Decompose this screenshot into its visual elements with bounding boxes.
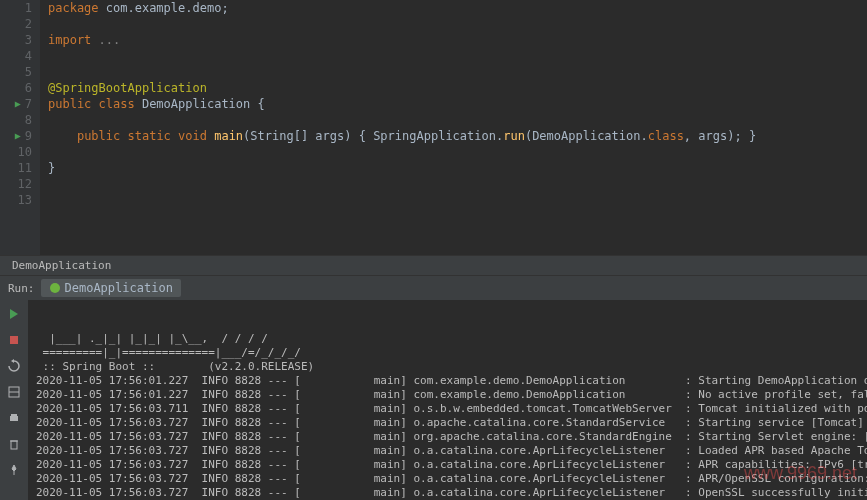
code-line[interactable] xyxy=(48,144,867,160)
console-line: 2020-11-05 17:56:03.727 INFO 8828 --- [ … xyxy=(36,416,859,430)
svg-point-0 xyxy=(50,283,60,293)
svg-rect-1 xyxy=(10,336,18,344)
code-line[interactable]: import ... xyxy=(48,32,867,48)
stop-button[interactable] xyxy=(4,330,24,350)
run-panel: Run: DemoApplication |___| ._|_| |_|_| |… xyxy=(0,275,867,500)
run-header: Run: DemoApplication xyxy=(0,276,867,300)
run-gutter-icon[interactable]: ▶ xyxy=(15,128,21,144)
svg-rect-4 xyxy=(10,416,18,421)
console-line: 2020-11-05 17:56:03.727 INFO 8828 --- [ … xyxy=(36,444,859,458)
console-line: =========|_|==============|___/=/_/_/_/ xyxy=(36,346,859,360)
code-line[interactable] xyxy=(48,192,867,208)
run-tab[interactable]: DemoApplication xyxy=(41,279,181,297)
gutter-line: 6 xyxy=(0,80,32,96)
console-line: 2020-11-05 17:56:03.727 INFO 8828 --- [ … xyxy=(36,458,859,472)
gutter-line: 4 xyxy=(0,48,32,64)
restart-button[interactable] xyxy=(4,356,24,376)
gutter-line: 12 xyxy=(0,176,32,192)
code-container[interactable]: 123456▶78▶910111213 package com.example.… xyxy=(0,0,867,255)
code-line[interactable] xyxy=(48,176,867,192)
gutter-line: 10 xyxy=(0,144,32,160)
console-line: 2020-11-05 17:56:03.727 INFO 8828 --- [ … xyxy=(36,472,859,486)
gutter-line: 3 xyxy=(0,32,32,48)
gutter-line: 13 xyxy=(0,192,32,208)
run-gutter-icon[interactable]: ▶ xyxy=(15,96,21,112)
gutter-line: 5 xyxy=(0,64,32,80)
code-line[interactable] xyxy=(48,16,867,32)
gutter: 123456▶78▶910111213 xyxy=(0,0,40,255)
spring-icon xyxy=(49,282,61,294)
gutter-line: 1 xyxy=(0,0,32,16)
breadcrumb[interactable]: DemoApplication xyxy=(0,255,867,275)
console-line: 2020-11-05 17:56:03.727 INFO 8828 --- [ … xyxy=(36,430,859,444)
code-line[interactable]: } xyxy=(48,160,867,176)
console-line: |___| ._|_| |_|_| |_\__, / / / / xyxy=(36,332,859,346)
editor-area: 123456▶78▶910111213 package com.example.… xyxy=(0,0,867,275)
gutter-line: ▶9 xyxy=(0,128,32,144)
svg-rect-6 xyxy=(11,441,17,449)
console-line: 2020-11-05 17:56:01.227 INFO 8828 --- [ … xyxy=(36,388,859,402)
gutter-line: 11 xyxy=(0,160,32,176)
console-line: 2020-11-05 17:56:03.711 INFO 8828 --- [ … xyxy=(36,402,859,416)
gutter-line: 8 xyxy=(0,112,32,128)
print-button[interactable] xyxy=(4,408,24,428)
rerun-button[interactable] xyxy=(4,304,24,324)
code-line[interactable]: public static void main(String[] args) {… xyxy=(48,128,867,144)
delete-button[interactable] xyxy=(4,434,24,454)
run-tab-label: DemoApplication xyxy=(65,281,173,295)
run-body: |___| ._|_| |_|_| |_\__, / / / / =======… xyxy=(0,300,867,500)
code-line[interactable] xyxy=(48,48,867,64)
console-line: 2020-11-05 17:56:03.727 INFO 8828 --- [ … xyxy=(36,486,859,500)
code-content[interactable]: package com.example.demo;import ...@Spri… xyxy=(40,0,867,255)
run-toolbar xyxy=(0,300,28,500)
code-line[interactable]: public class DemoApplication { xyxy=(48,96,867,112)
code-line[interactable]: package com.example.demo; xyxy=(48,0,867,16)
run-label: Run: xyxy=(8,282,35,295)
code-line[interactable] xyxy=(48,64,867,80)
code-line[interactable]: @SpringBootApplication xyxy=(48,80,867,96)
gutter-line: 2 xyxy=(0,16,32,32)
console-output[interactable]: |___| ._|_| |_|_| |_\__, / / / / =======… xyxy=(28,300,867,500)
console-line: :: Spring Boot :: (v2.2.0.RELEASE) xyxy=(36,360,859,374)
console-line: 2020-11-05 17:56:01.227 INFO 8828 --- [ … xyxy=(36,374,859,388)
pin-button[interactable] xyxy=(4,460,24,480)
code-line[interactable] xyxy=(48,112,867,128)
svg-rect-5 xyxy=(11,414,17,416)
gutter-line: ▶7 xyxy=(0,96,32,112)
layout-button[interactable] xyxy=(4,382,24,402)
